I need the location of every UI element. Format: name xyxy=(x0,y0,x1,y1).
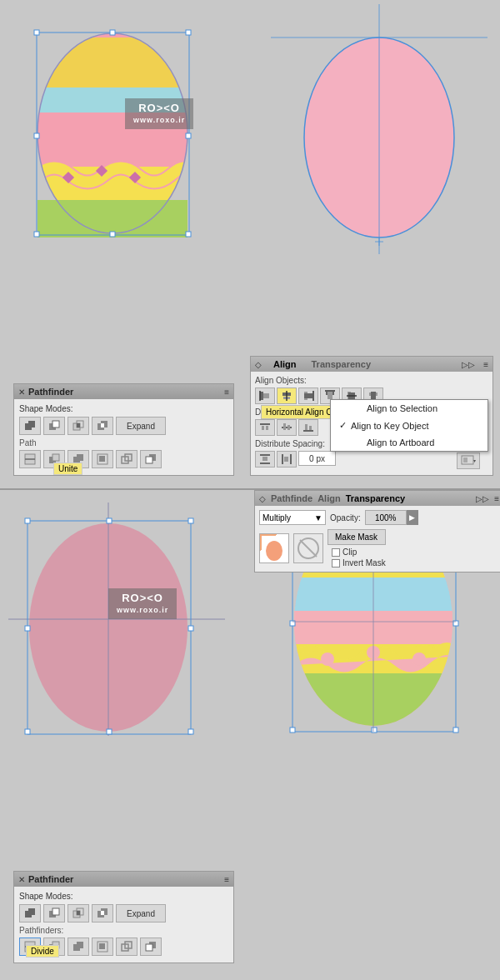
minus-back-btn-bottom[interactable] xyxy=(140,938,162,956)
invert-checkbox-row: Invert Mask xyxy=(332,558,386,568)
align-panel-close[interactable]: ◇ xyxy=(255,360,262,369)
svg-rect-91 xyxy=(463,458,468,462)
mask-controls: Make Mask Clip Invert Mask xyxy=(328,529,386,568)
svg-rect-35 xyxy=(101,423,104,428)
clip-checkbox[interactable] xyxy=(332,548,340,557)
pathfinder-tab-inactive[interactable]: Pathfinde xyxy=(271,493,312,503)
transparency-tab-active[interactable]: Transparency xyxy=(346,493,406,503)
transparency-tab-inactive[interactable]: Transparency xyxy=(308,359,375,369)
dist-vert-center-btn[interactable] xyxy=(277,419,297,436)
pathfinder-panel-bottom: ✕ Pathfinder ≡ Shape Modes: Expa xyxy=(13,871,234,963)
transparency-titlebar: ◇ Pathfinde Align Transparency ▷▷ ≡ xyxy=(255,491,500,506)
outline-btn[interactable] xyxy=(116,450,138,468)
svg-rect-68 xyxy=(266,426,268,430)
svg-rect-103 xyxy=(25,729,30,734)
expand-btn-bottom[interactable]: Expand xyxy=(116,904,166,922)
divide-btn[interactable] xyxy=(19,450,41,468)
crop-btn-bottom[interactable] xyxy=(92,938,113,956)
align-to-artboard-item[interactable]: Align to Artboard xyxy=(331,434,488,451)
svg-rect-39 xyxy=(52,454,59,461)
svg-rect-99 xyxy=(107,518,112,523)
outline-btn-bottom[interactable] xyxy=(116,938,138,956)
mask-thumbnail xyxy=(293,533,323,563)
align-to-selection-item[interactable]: Align to Selection xyxy=(331,400,488,417)
blend-mode-dropdown[interactable]: Multiply ▼ xyxy=(259,510,326,525)
shape-modes-label-bottom: Shape Modes: xyxy=(19,892,228,901)
pathfinder-title: Pathfinder xyxy=(28,387,73,397)
trans-expand[interactable]: ▷▷ xyxy=(476,494,489,503)
divide-tooltip: Divide xyxy=(26,945,59,958)
invert-checkbox[interactable] xyxy=(332,559,340,568)
svg-rect-17 xyxy=(110,232,115,237)
dist-top-btn[interactable] xyxy=(255,419,275,436)
trans-close[interactable]: ◇ xyxy=(259,494,266,503)
minus-front-btn-bottom[interactable] xyxy=(43,904,65,922)
align-dropdown-menu: Align to Selection Align to Key Object A… xyxy=(330,399,488,452)
dist-spacing-horiz-btn[interactable] xyxy=(277,451,297,468)
pathfinder-bottom-title: Pathfinder xyxy=(28,874,73,884)
align-titlebar: ◇ Align Transparency ▷▷ ≡ xyxy=(251,357,492,372)
trans-menu[interactable]: ≡ xyxy=(494,494,499,503)
align-to-key-object-item[interactable]: Align to Key Object xyxy=(331,417,488,434)
pathfinders-bottom-label: Pathfinders: xyxy=(19,926,228,935)
svg-point-151 xyxy=(266,541,282,561)
dist-bottom-btn[interactable] xyxy=(298,419,318,436)
top-half: RO><O www.roxo.ir ✕ xyxy=(0,0,500,490)
svg-rect-88 xyxy=(290,454,292,464)
align-to-dropdown[interactable] xyxy=(457,452,480,469)
crop-btn[interactable] xyxy=(92,450,113,468)
intersect-btn[interactable] xyxy=(68,417,89,435)
pathfinders-row xyxy=(19,450,228,468)
shape-modes-row-bottom: Expand xyxy=(19,904,228,922)
px-input[interactable] xyxy=(298,451,336,466)
merge-btn-bottom[interactable] xyxy=(68,938,89,956)
svg-rect-55 xyxy=(304,393,312,398)
pathfinder-bottom-titlebar: ✕ Pathfinder ≡ xyxy=(14,872,233,887)
align-tab[interactable]: Align xyxy=(270,359,300,369)
minus-back-btn[interactable] xyxy=(140,450,162,468)
exclude-btn[interactable] xyxy=(92,417,113,435)
pink-transparent-egg-container xyxy=(8,502,225,736)
pathfinders-label-bottom: Pathfinders: xyxy=(19,926,63,935)
align-left-btn[interactable] xyxy=(255,388,275,404)
dist-spacing-vert-btn[interactable] xyxy=(255,451,275,468)
blend-mode-value: Multiply xyxy=(262,513,291,522)
align-panel-expand[interactable]: ▷▷ xyxy=(462,360,475,369)
mask-checkboxes: Clip Invert Mask xyxy=(332,548,386,568)
svg-rect-16 xyxy=(34,232,39,237)
opacity-value: 100% xyxy=(375,513,397,522)
mask-row: Make Mask Clip Invert Mask xyxy=(259,529,499,568)
close-icon-bottom[interactable]: ✕ xyxy=(18,875,25,884)
svg-rect-136 xyxy=(101,911,104,915)
bottom-half: RO><O www.roxo.ir xyxy=(0,490,500,980)
make-mask-btn[interactable]: Make Mask xyxy=(328,529,386,545)
svg-rect-105 xyxy=(188,729,193,734)
svg-rect-32 xyxy=(77,423,80,428)
exclude-btn-bottom[interactable] xyxy=(92,904,113,922)
minus-front-btn[interactable] xyxy=(43,417,65,435)
svg-rect-85 xyxy=(260,462,270,464)
svg-rect-13 xyxy=(186,30,191,35)
svg-rect-87 xyxy=(282,454,283,464)
blend-opacity-row: Multiply ▼ Opacity: 100% ▶ xyxy=(259,510,499,525)
opacity-arrow-btn[interactable]: ▶ xyxy=(407,510,418,525)
pathfinder-panel-top: ✕ Pathfinder ≡ Shape Modes: Unite xyxy=(13,383,234,476)
pathfinder-titlebar: ✕ Pathfinder ≡ xyxy=(14,384,233,399)
close-icon[interactable]: ✕ xyxy=(18,388,25,397)
svg-rect-18 xyxy=(186,232,191,237)
intersect-btn-bottom[interactable] xyxy=(68,904,89,922)
align-panel-menu[interactable]: ≡ xyxy=(483,360,488,369)
svg-rect-15 xyxy=(186,133,191,138)
align-center-horiz-btn[interactable]: Horizontal Align Center xyxy=(277,388,297,404)
panel-menu-icon[interactable]: ≡ xyxy=(224,388,229,397)
svg-rect-130 xyxy=(52,908,59,915)
align-tab-inactive[interactable]: Align xyxy=(318,493,341,503)
align-selection-label: Align to Selection xyxy=(367,403,438,413)
unite-btn-bottom[interactable] xyxy=(19,904,41,922)
watermark-top: RO><O www.roxo.ir xyxy=(125,98,193,129)
unite-btn[interactable]: Unite xyxy=(19,417,41,435)
align-right-btn[interactable] xyxy=(298,388,318,404)
expand-btn[interactable]: Expand xyxy=(116,417,166,435)
opacity-input[interactable]: 100% xyxy=(365,510,407,525)
panel-menu-icon-bottom[interactable]: ≡ xyxy=(224,875,229,884)
